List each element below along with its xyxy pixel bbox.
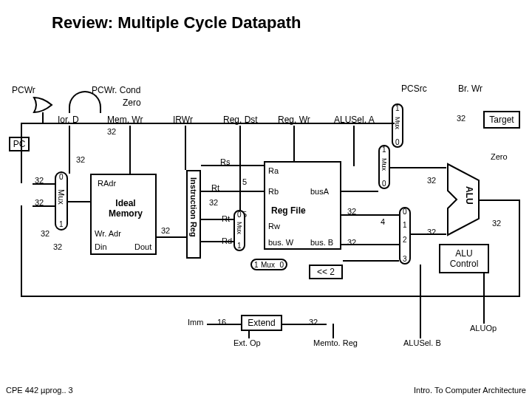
wire [483,273,485,324]
lbl-idealmem: Ideal Memory [103,198,148,219]
page-title: Review: Multiple Cycle Datapath [52,13,301,33]
wire [248,331,250,338]
wire [33,183,55,185]
lbl-busw: bus. W [268,238,293,247]
wire [420,265,421,338]
lbl-busa: busA [310,187,329,196]
lbl-memtoreg: Memto. Reg [313,338,358,347]
wire [185,126,186,170]
wire [353,126,355,166]
lbl-pcwrcond: PCWr. Cond [92,85,140,95]
wire [479,200,520,201]
block-alu [446,163,480,236]
w4: 4 [381,217,385,226]
wire [411,233,446,235]
wire [332,324,334,338]
wire [68,201,90,202]
lbl-rb: Rb [268,187,279,196]
block-pc: PC [9,137,30,151]
lbl-alu: ALU [464,186,474,205]
wire [282,324,327,325]
w32-k: 32 [492,219,501,228]
wire [69,126,70,174]
wire [21,123,22,183]
w32-j: 32 [427,228,436,236]
w32-g: 32 [347,238,356,247]
lbl-busb: bus. B [310,238,333,247]
wire [201,241,233,242]
block-ireg: Instruction Reg [186,170,201,259]
lbl-ra: Ra [268,166,279,175]
w32-da: 32 [53,242,62,251]
wire [519,200,520,297]
w32-ext: 32 [309,318,318,327]
mux-alusela: 1 Mux 0 [378,145,390,189]
or-gate [33,96,53,114]
lbl-wradr: Wr. Adr [95,229,121,238]
lbl-dout: Dout [134,242,151,251]
lbl-extop: Ext. Op [233,338,261,347]
lbl-pcwr: PCWr [12,85,35,95]
w5-a: 5 [242,177,247,186]
mux-iord: 0 Mux 1 [55,171,68,231]
wire [207,324,241,325]
wire [201,219,233,220]
lbl-rw: Rw [268,222,280,231]
wire [341,191,378,192]
lbl-pcsrc: PCSrc [401,83,427,94]
wire [42,112,44,123]
w32-h: 32 [427,176,436,185]
w32-d: 32 [76,155,85,164]
mux-pcsrc: 1 Mux 0 [392,103,403,148]
w32-t: 32 [457,114,466,123]
width-32: 32 [107,127,116,136]
lbl-regfile: Reg File [271,205,306,216]
wire [201,165,264,166]
mux-regdst: 0 Mux 1 [233,210,245,251]
wire [201,191,264,192]
wire [33,205,55,207]
wire [343,260,399,262]
footer-left: CPE 442 µprog.. 3 [6,386,73,395]
lbl-brwr: Br. Wr [458,83,482,94]
wire [341,214,399,216]
wire [341,244,399,245]
block-target: Target [483,111,520,129]
block-aluctl: ALU Control [439,244,489,273]
wire [129,126,131,174]
lbl-aluop: ALUOp [470,324,497,332]
mux-memtoreg: 1 Mux 0 [250,259,287,270]
block-shift: << 2 [309,265,343,279]
lbl-imm: Imm [188,318,203,327]
block-extend: Extend [241,315,282,331]
w16: 16 [217,318,226,327]
lbl-zero: Zero [123,98,141,108]
lbl-din: Din [95,242,107,251]
w32-c: 32 [41,229,50,238]
wire [21,296,520,297]
wire [21,205,22,297]
mux-aluselb: 0 1 2 3 [399,207,411,265]
footer-right: Intro. To Computer Architecture [414,386,526,395]
w32-e2: 32 [209,198,218,207]
w32-e: 32 [161,226,170,235]
lbl-zero2: Zero [491,152,508,161]
wire [21,123,395,124]
lbl-radr: RAdr [98,179,116,188]
wire [390,167,446,168]
lbl-aluselb: ALUSel. B [403,338,441,347]
wire [157,236,186,238]
